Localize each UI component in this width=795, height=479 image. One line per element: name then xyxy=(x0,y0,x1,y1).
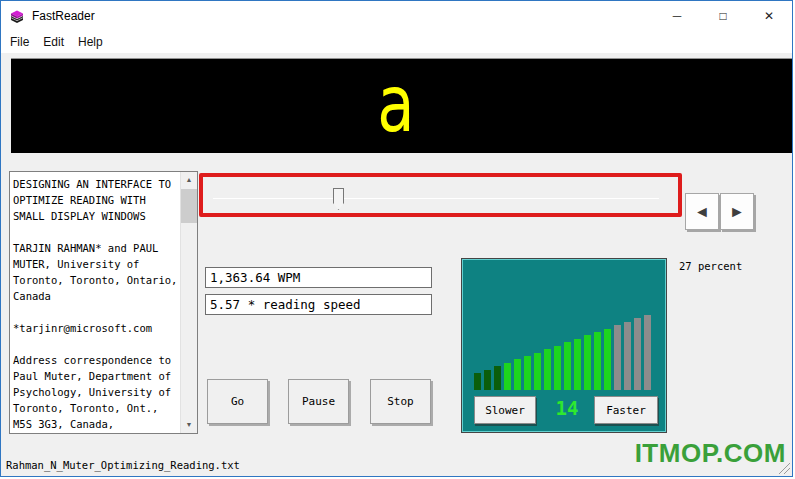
slower-button[interactable]: Slower xyxy=(474,396,536,424)
document-line: Toronto, Toronto, Ont., xyxy=(13,402,180,418)
meter-bar xyxy=(534,353,541,390)
meter-bar xyxy=(504,363,511,390)
speed-level: 14 xyxy=(544,397,590,419)
meter-bar xyxy=(604,329,611,390)
title-bar: FastReader ─ □ ✕ xyxy=(1,1,792,31)
step-back-button[interactable]: ◄ xyxy=(685,193,719,230)
menu-item-edit[interactable]: Edit xyxy=(43,35,64,49)
meter-bar xyxy=(614,325,621,390)
document-line: Paul Muter, Department of xyxy=(13,370,180,386)
meter-bar xyxy=(634,318,641,390)
document-line: Psychology, University of xyxy=(13,386,180,402)
meter-bar xyxy=(624,322,631,390)
app-icon xyxy=(9,8,25,24)
menu-item-file[interactable]: File xyxy=(10,35,29,49)
current-word: a xyxy=(377,59,414,149)
document-line xyxy=(13,226,180,242)
document-line: OPTIMIZE READING WITH xyxy=(13,194,180,210)
speed-meter-panel: Slower 14 Faster xyxy=(462,259,666,432)
menu-item-help[interactable]: Help xyxy=(78,35,103,49)
percent-label: 27 percent xyxy=(679,260,742,272)
maximize-icon[interactable]: □ xyxy=(700,1,746,31)
document-line: DESIGNING AN INTERFACE TO xyxy=(13,178,180,194)
meter-bar xyxy=(514,359,521,390)
pause-button[interactable]: Pause xyxy=(288,379,349,424)
minimize-icon[interactable]: ─ xyxy=(654,1,700,31)
watermark: ITMOP.COM xyxy=(635,438,786,469)
right-arrow-icon: ► xyxy=(729,203,745,221)
left-arrow-icon: ◄ xyxy=(694,203,710,221)
document-line: Canada xyxy=(13,290,180,306)
meter-bar xyxy=(494,366,501,390)
reading-speed-readout: 5.57 * reading speed xyxy=(205,294,432,315)
meter-bar xyxy=(544,349,551,390)
step-forward-button[interactable]: ► xyxy=(720,193,754,230)
document-line: Toronto, Toronto, Ontario, xyxy=(13,274,180,290)
document-text[interactable]: DESIGNING AN INTERFACE TOOPTIMIZE READIN… xyxy=(10,172,180,433)
meter-bar xyxy=(554,346,561,390)
meter-bar xyxy=(474,373,481,390)
document-line: M5S 3G3, Canada, xyxy=(13,418,180,433)
document-line: *tarjinr@microsoft.com xyxy=(13,322,180,338)
scroll-up-icon[interactable]: ▲ xyxy=(181,172,197,188)
scroll-down-icon[interactable]: ▼ xyxy=(181,417,197,433)
slider-track[interactable] xyxy=(213,198,659,199)
document-line xyxy=(13,306,180,322)
go-button[interactable]: Go xyxy=(207,379,268,424)
document-line: TARJIN RAHMAN* and PAUL xyxy=(13,242,180,258)
document-line xyxy=(13,338,180,354)
document-line: SMALL DISPLAY WINDOWS xyxy=(13,210,180,226)
meter-bar xyxy=(584,335,591,390)
app-window: FastReader ─ □ ✕ FileEditHelp a DESIGNIN… xyxy=(0,0,793,477)
close-icon[interactable]: ✕ xyxy=(746,1,792,31)
faster-button[interactable]: Faster xyxy=(594,396,658,424)
window-controls: ─ □ ✕ xyxy=(654,1,792,31)
meter-bars xyxy=(474,315,651,390)
window-title: FastReader xyxy=(32,1,95,31)
document-scrollbar[interactable]: ▲ ▼ xyxy=(180,172,197,433)
document-line: MUTER, University of xyxy=(13,258,180,274)
position-slider[interactable] xyxy=(207,187,667,213)
meter-bar xyxy=(594,332,601,390)
slider-thumb[interactable] xyxy=(333,188,344,210)
stop-button[interactable]: Stop xyxy=(370,379,431,424)
reader-display: a xyxy=(11,58,793,153)
status-filename: Rahman_N_Muter_Optimizing_Reading.txt xyxy=(6,459,240,471)
meter-bar xyxy=(574,339,581,390)
document-line: Address correspondence to xyxy=(13,354,180,370)
scrollbar-thumb[interactable] xyxy=(181,189,197,223)
meter-bar xyxy=(524,356,531,390)
document-panel: DESIGNING AN INTERFACE TOOPTIMIZE READIN… xyxy=(9,171,198,434)
wpm-readout: 1,363.64 WPM xyxy=(205,267,432,288)
meter-bar xyxy=(564,342,571,390)
meter-bar xyxy=(484,370,491,390)
meter-bar xyxy=(644,315,651,390)
menu-bar: FileEditHelp xyxy=(1,31,792,53)
resize-grip[interactable] xyxy=(778,462,791,475)
